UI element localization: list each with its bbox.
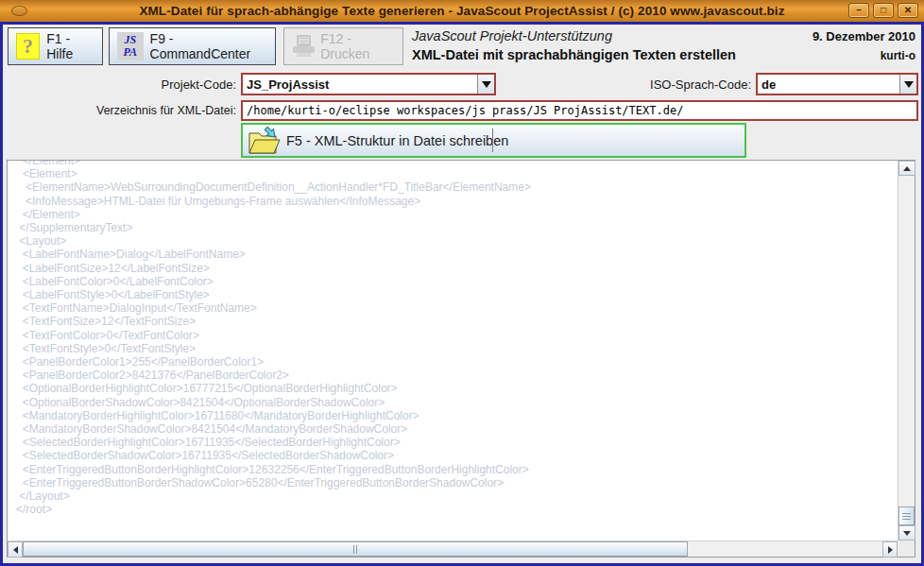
titlebar: XML-Datei für sprach-abhängige Texte gen… (0, 0, 924, 22)
write-xml-button-label: F5 - XML-Struktur in Datei schreiben (286, 133, 508, 148)
minimize-icon: – (856, 6, 862, 15)
horizontal-scrollbar-thumb[interactable] (23, 541, 688, 557)
write-xml-button[interactable]: F5 - XML-Struktur in Datei schreiben (241, 123, 746, 158)
help-button[interactable]: ? F1 - Hilfe (8, 27, 103, 65)
page-title: XML-Datei mit sprachabhängigen Texten er… (412, 47, 736, 62)
xml-line: <MandatoryBorderHighlightColor>16711680<… (16, 409, 898, 422)
arrow-left-icon (13, 546, 18, 554)
xml-line: </Layout> (16, 489, 898, 503)
xml-preview-viewport[interactable]: </Element> <Element> <ElementName>WebSur… (8, 161, 898, 540)
maximize-button[interactable]: □ (873, 3, 894, 18)
scrollbar-corner (898, 540, 915, 557)
chevron-down-icon (904, 81, 914, 88)
xml-line: <ElementName>WebSurroundingDocumentDefin… (16, 180, 898, 194)
maximize-icon: □ (881, 6, 886, 15)
xml-line: <TextFontColor>0</TextFontColor> (16, 329, 898, 342)
xml-line: <SelectedBorderShadowColor>16711935</Sel… (16, 449, 898, 462)
header-user: kurti-o (881, 49, 915, 62)
window-title: XML-Datei für sprach-abhängige Texte gen… (0, 4, 924, 18)
close-button[interactable]: ✕ (898, 3, 918, 18)
close-icon: ✕ (904, 6, 912, 15)
xml-line: <PanelBorderColor1>255</PanelBorderColor… (16, 355, 898, 369)
project-code-dropdown-button[interactable] (477, 75, 494, 94)
javascout-logo-icon: JS PA (117, 32, 144, 60)
xml-line: <LabelFontSize>12</LabelFontSize> (16, 262, 898, 275)
horizontal-scrollbar[interactable] (8, 540, 898, 557)
xml-line: <OptionalBorderShadowColor>8421504</Opti… (16, 396, 898, 409)
print-button: F12 - Drucken (283, 27, 403, 65)
xml-preview-text: </Element> <Element> <ElementName>WebSur… (16, 161, 898, 516)
xml-line: <LabelFontStyle>0</LabelFontStyle> (16, 288, 898, 301)
xml-line: <TextFontStyle>0</TextFontStyle> (16, 342, 898, 355)
vertical-scrollbar[interactable] (898, 161, 915, 540)
folder-icon (247, 125, 281, 156)
xml-line: <EnterTriggeredButtonBorderHighlightColo… (16, 463, 898, 476)
scroll-down-button[interactable] (898, 525, 915, 540)
project-code-value: JS_ProjAssist (243, 77, 477, 92)
header-block: JavaScout Projekt-Unterstützung 9. Dezem… (412, 28, 915, 68)
vertical-scrollbar-thumb[interactable] (898, 506, 915, 525)
text-caret (492, 129, 493, 152)
xml-line: <PanelBorderColor2>8421376</PanelBorderC… (16, 369, 898, 382)
xml-line: <TextFontName>DialogInput</TextFontName> (16, 301, 898, 315)
xml-line: <LabelFontName>Dialog</LabelFontName> (16, 248, 898, 261)
window-controls: – □ ✕ (848, 3, 918, 18)
xml-line: <TextFontSize>12</TextFontSize> (16, 315, 898, 328)
logo-line2: PA (124, 46, 137, 59)
xml-line: </Element> (16, 208, 898, 221)
xml-preview-pane: </Element> <Element> <ElementName>WebSur… (7, 160, 915, 557)
printer-icon (292, 35, 314, 58)
xml-line: <LabelFontColor>0</LabelFontColor> (16, 275, 898, 288)
xml-line: <Element> (16, 167, 898, 180)
arrow-up-icon (903, 166, 911, 171)
minimize-button[interactable]: – (848, 3, 869, 18)
xml-directory-input[interactable] (241, 100, 918, 121)
xml-line: <OptionalBorderHighlightColor>16777215</… (16, 382, 898, 395)
arrow-down-icon (903, 531, 911, 536)
command-center-button-label: F9 - CommandCenter (150, 31, 267, 61)
xml-line: <Layout> (16, 234, 898, 248)
project-code-combobox[interactable]: JS_ProjAssist (241, 73, 496, 95)
xml-line: <InfoMessage>HTML-Datei für Umgebungs-Fr… (16, 195, 898, 208)
help-icon: ? (16, 33, 40, 60)
xml-line: </Element> (16, 161, 898, 167)
project-code-label: Projekt-Code: (47, 77, 236, 92)
app-subtitle: JavaScout Projekt-Unterstützung (412, 28, 612, 43)
print-button-label: F12 - Drucken (320, 31, 395, 61)
chevron-down-icon (482, 81, 491, 88)
iso-language-value: de (758, 77, 899, 92)
xml-line: <MandatoryBorderShadowColor>8421504</Man… (16, 422, 898, 436)
command-center-button[interactable]: JS PA F9 - CommandCenter (109, 27, 276, 65)
arrow-right-icon (888, 546, 893, 554)
iso-language-combobox[interactable]: de (756, 73, 918, 95)
help-button-label: F1 - Hilfe (46, 31, 94, 61)
scroll-up-button[interactable] (898, 161, 915, 176)
header-date: 9. Dezember 2010 (813, 29, 915, 43)
xml-line: <SelectedBorderHighlightColor>16711935</… (16, 436, 898, 449)
xml-line: </SupplementaryText> (16, 221, 898, 234)
scroll-right-button[interactable] (882, 541, 898, 557)
window-body: ? F1 - Hilfe JS PA F9 - CommandCenter F1… (0, 22, 924, 566)
iso-language-dropdown-button[interactable] (899, 75, 916, 94)
scroll-left-button[interactable] (8, 541, 23, 557)
xml-directory-label: Verzeichnis für XML-Datei: (28, 104, 236, 117)
iso-language-label: ISO-Sprach-Code: (600, 77, 751, 92)
xml-line: <EnterTriggeredButtonBorderShadowColor>6… (16, 476, 898, 489)
xml-line: </root> (16, 503, 898, 516)
